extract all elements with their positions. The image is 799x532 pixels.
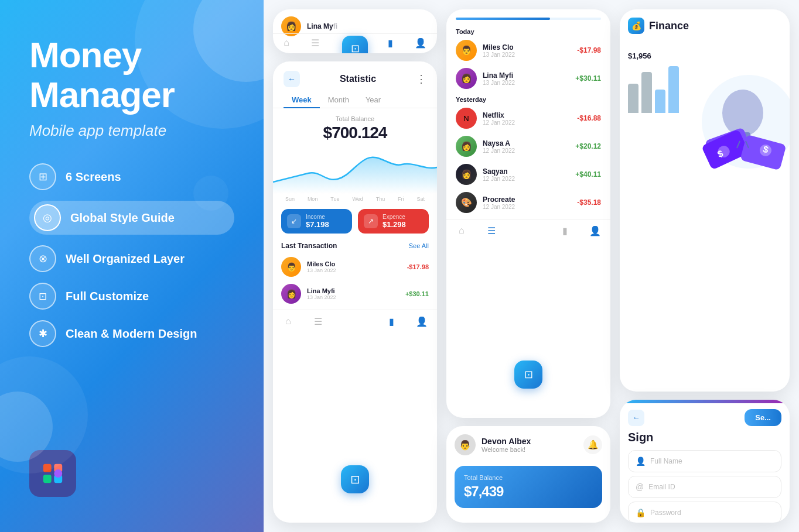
figma-badge[interactable] xyxy=(29,450,76,497)
svg-rect-0 xyxy=(43,464,52,472)
app-subtitle: Mobile app template xyxy=(29,122,234,140)
devon-avatar: 👨 xyxy=(455,434,476,455)
yesterday-label: Yesterday xyxy=(446,92,610,104)
bar-3 xyxy=(655,90,665,113)
layers-icon-wrap: ⊗ xyxy=(29,245,56,272)
partial-top-card: 👩 Lina Myfi ⊡ ⌂ ☰ ▮ 👤 xyxy=(273,9,437,53)
design-icon: ✱ xyxy=(39,327,47,340)
tx-fab[interactable]: ⊡ xyxy=(514,361,542,389)
center-fab[interactable]: ⊡ xyxy=(341,465,369,493)
lina-info: Lina Myfi 13 Jan 2022 xyxy=(307,287,400,300)
style-icon: ◎ xyxy=(43,211,52,224)
miles-avatar: 👨 xyxy=(281,257,301,277)
saqyan-tx-info: Saqyan 12 Jan 2022 xyxy=(483,167,569,182)
dash-header: 👨 Devon Albex Welcome back! 🔔 xyxy=(446,426,610,460)
send-btn[interactable]: Se... xyxy=(745,409,781,426)
bar-chart: $1,956 xyxy=(628,52,651,60)
bottom-nav: ⌂ ☰ ▮ 👤 xyxy=(273,310,437,334)
lina-tx-avatar: 👩 xyxy=(456,68,477,89)
miles-tx-avatar: 👨 xyxy=(456,40,477,61)
tx-nav-gap xyxy=(515,224,541,237)
person-icon: 👤 xyxy=(636,457,646,466)
bottom-row xyxy=(29,450,234,497)
fullname-field[interactable]: 👤 Full Name xyxy=(628,450,781,472)
miles-amount: -$17.98 xyxy=(407,263,429,270)
tx-profile-icon[interactable]: 👤 xyxy=(589,224,602,237)
finance-amount: $1,956 xyxy=(628,52,651,60)
signup-back-btn[interactable]: ← xyxy=(628,410,644,426)
balance-label: Total Balance xyxy=(273,115,437,122)
svg-rect-2 xyxy=(43,475,52,483)
procreate-avatar: 🎨 xyxy=(456,192,477,213)
naysa-avatar: 👩 xyxy=(456,136,477,157)
signup-top-row: ← Se... xyxy=(620,403,790,426)
saqyan-amount: +$40.11 xyxy=(575,170,601,179)
style-label: Global Style Guide xyxy=(70,211,175,225)
balance-card: Total Balance $7,439 xyxy=(455,466,602,508)
deco-bubble-2 xyxy=(0,392,53,462)
more-menu[interactable]: ⋮ xyxy=(416,73,426,85)
right-panel: 👩 Lina Myfi ⊡ ⌂ ☰ ▮ 👤 xyxy=(264,0,799,532)
chart-icon[interactable]: ▮ xyxy=(385,315,398,328)
stat-header: ← Statistic ⋮ xyxy=(273,61,437,92)
income-expense-row: ↙ Income $7.198 ↗ Expence $1.298 xyxy=(273,204,437,238)
tab-month[interactable]: Month xyxy=(320,92,357,108)
lina-name-top: Lina Myfi xyxy=(307,22,429,30)
balance-value: $700.124 xyxy=(273,123,437,142)
lina-info-top: Lina Myfi xyxy=(307,22,429,30)
list-nav-icon[interactable]: ☰ xyxy=(311,37,319,49)
lina-tx-info: Lina Myfi 13 Jan 2022 xyxy=(483,71,569,86)
profile-nav-icon[interactable]: 👤 xyxy=(415,37,426,49)
chart-nav-icon[interactable]: ▮ xyxy=(388,37,393,49)
feature-item-design[interactable]: ✱ Clean & Modern Design xyxy=(29,320,234,347)
tab-week[interactable]: Week xyxy=(284,92,320,108)
yesterday-item-3: 🎨 Procreate 12 Jan 2022 -$35.18 xyxy=(446,188,610,217)
tx-screen-top xyxy=(446,9,610,20)
finance-chart: $1,956 xyxy=(620,46,790,174)
bell-icon[interactable]: 🔔 xyxy=(583,435,602,454)
finance-svg: $ $ xyxy=(678,63,790,174)
right-column: 💰 Finance $1,956 xyxy=(620,9,790,523)
left-panel: Money Manager Mobile app template ⊞ 6 Sc… xyxy=(0,0,264,532)
fab-top[interactable]: ⊡ xyxy=(342,36,368,53)
tx-row-1: 👩 Lina Myfi 13 Jan 2022 +$30.11 xyxy=(273,280,437,307)
income-icon: ↙ xyxy=(287,214,301,228)
home-nav-icon[interactable]: ⌂ xyxy=(284,37,289,49)
deco-bubble-3 xyxy=(193,176,228,211)
tx-progress-bar xyxy=(456,18,601,20)
netflix-amount: -$16.88 xyxy=(577,114,601,122)
stat-tabs: Week Month Year xyxy=(273,92,437,108)
nav-gap xyxy=(342,315,368,328)
miles-tx-info: Miles Clo 13 Jan 2022 xyxy=(483,43,571,58)
expense-info: Expence $1.298 xyxy=(383,214,406,229)
tx-home-icon[interactable]: ⌂ xyxy=(455,224,468,237)
statistic-screen: ← Statistic ⋮ Week Month Year Total Bala… xyxy=(273,61,437,523)
procreate-tx-info: Procreate 12 Jan 2022 xyxy=(483,195,571,210)
grid-icon: ⊞ xyxy=(39,170,47,183)
transactions-screen: Today 👨 Miles Clo 13 Jan 2022 -$17.98 👩 … xyxy=(446,9,610,418)
tab-year[interactable]: Year xyxy=(357,92,389,108)
tx-list-icon[interactable]: ☰ xyxy=(485,224,498,237)
netflix-avatar: N xyxy=(456,108,477,129)
profile-icon[interactable]: 👤 xyxy=(415,315,428,328)
yesterday-item-0: N Netflix 12 Jan 2022 -$16.88 xyxy=(446,104,610,132)
list-icon[interactable]: ☰ xyxy=(312,315,325,328)
income-info: Income $7.198 xyxy=(306,214,329,229)
at-icon: @ xyxy=(636,482,644,492)
tx-chart-icon[interactable]: ▮ xyxy=(559,224,572,237)
finance-header: 💰 Finance xyxy=(620,9,790,39)
feature-item-customize[interactable]: ⊡ Full Customize xyxy=(29,283,234,310)
email-field[interactable]: @ Email ID xyxy=(628,476,781,498)
feature-item-layers[interactable]: ⊗ Well Organized Layer xyxy=(29,245,234,272)
chart-svg xyxy=(273,147,437,194)
home-icon[interactable]: ⌂ xyxy=(282,315,295,328)
layers-icon: ⊗ xyxy=(39,252,47,265)
password-field[interactable]: 🔒 Password xyxy=(628,502,781,523)
back-button[interactable]: ← xyxy=(284,71,300,87)
bar-2 xyxy=(641,72,652,113)
stat-chart xyxy=(273,147,437,194)
screens-label: 6 Screens xyxy=(66,170,121,184)
scan-icon: ⊡ xyxy=(351,42,360,53)
style-icon-wrap: ◎ xyxy=(34,204,61,231)
stat-days: Sun Mon Tue Wed Thu Fri Sat xyxy=(273,194,437,204)
